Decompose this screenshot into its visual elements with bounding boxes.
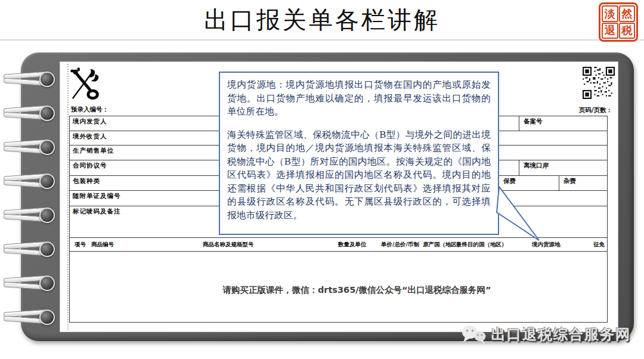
ring-knob: [39, 140, 55, 155]
ring-knob: [39, 72, 55, 87]
footer-brand-text: 出口退税综合服务网: [491, 325, 631, 344]
header-divider: [0, 39, 644, 41]
column-header: 单价/总价/币制: [381, 241, 419, 249]
field-label: 合同协议号: [73, 162, 107, 170]
items-body-area: 请购买正版课件，微信：drts365/微信公众号“出口退税综合服务网”: [70, 252, 607, 323]
column-header: 数量及单位: [338, 241, 367, 249]
field-label: 境内发货人: [73, 117, 107, 126]
column-header: 征免: [593, 241, 605, 249]
callout-paragraph: 境内货源地：境内货源地填报出口货物在国内的产地或原始发货地。出口货物产地难以确定…: [227, 78, 491, 119]
ring-knob: [39, 310, 55, 325]
exit-port-cell: 离境口岸: [519, 160, 549, 175]
ring-knob: [39, 208, 55, 223]
spiral-ring: [4, 242, 60, 257]
explanation-callout: 境内货源地：境内货源地填报出口货物在国内的产地或原始发货地。出口货物产地难以确定…: [219, 72, 499, 235]
spiral-ring: [4, 276, 60, 291]
prerecord-number-label: 预录入编号：: [71, 106, 109, 114]
callout-pointer-arrow: [496, 180, 544, 245]
red-seal-logo: 淡 然 退 税: [599, 2, 638, 42]
customs-logo-icon: [69, 67, 103, 101]
spiral-ring: [4, 208, 60, 223]
field-label: 生产销售单位: [73, 147, 114, 155]
watermark-text: 请购买正版课件，微信：drts365/微信公众号“出口退税综合服务网”: [107, 284, 607, 296]
ring-knob: [39, 276, 55, 291]
qr-code-icon: [583, 67, 615, 99]
field-label: 标记唛码及备注: [73, 208, 121, 216]
misc-fee-cell: 杂费: [559, 176, 576, 190]
ring-knob: [39, 106, 55, 121]
seal-char: 然: [619, 5, 636, 22]
callout-paragraph: 海关特殊监管区域、保税物流中心（B型）与境外之间的进出境货物，境内目的地／境内货…: [227, 128, 491, 222]
seal-char: 退: [602, 23, 618, 39]
spiral-ring: [4, 72, 60, 87]
page-title: 出口报关单各栏讲解: [0, 4, 644, 36]
spiral-ring: [4, 140, 60, 155]
column-header: 商品编号: [91, 241, 114, 249]
spiral-ring: [4, 174, 60, 189]
spiral-ring: [4, 106, 60, 121]
ring-knob: [39, 174, 55, 189]
declaration-form-page: 页码/页数： 预录入编号： 境内发货人 备案号 境外收货人 生产销售单位 合同协…: [60, 61, 618, 332]
perforation-line: [67, 64, 69, 330]
ring-knob: [39, 242, 55, 257]
seal-char: 税: [619, 23, 636, 39]
wechat-icon: [462, 324, 487, 345]
field-label: 随附单证及编号: [73, 192, 121, 200]
column-header: 商品名称及规格型号: [203, 241, 254, 249]
footer-brand: 出口退税综合服务网: [462, 324, 631, 345]
field-label: 境外收货人: [73, 132, 107, 141]
record-no-cell: 备案号: [519, 116, 543, 131]
column-header: 项号: [75, 241, 86, 249]
field-label: 包装种类: [73, 177, 100, 185]
seal-char: 淡: [602, 5, 618, 22]
spiral-ring: [4, 310, 60, 325]
